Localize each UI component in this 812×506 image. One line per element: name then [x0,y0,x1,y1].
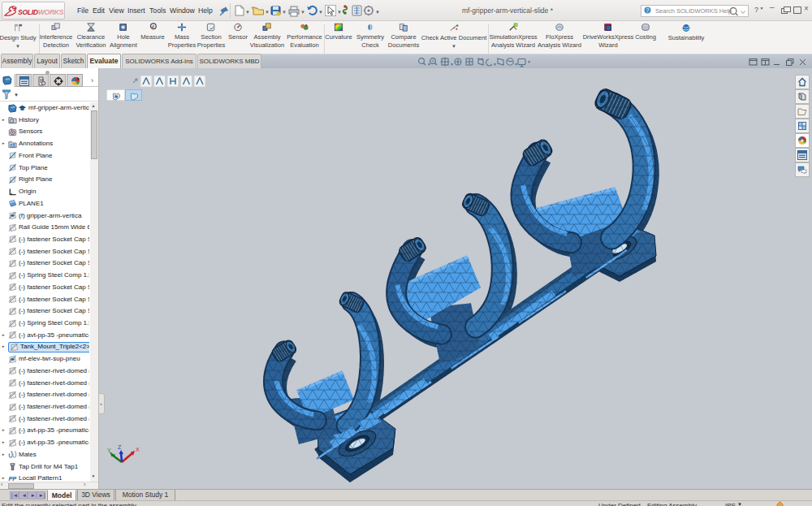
svg-text:▼: ▼ [527,59,531,64]
svg-text:▼: ▼ [318,10,323,15]
svg-text:SOLIDWORKS: SOLIDWORKS [18,8,64,16]
svg-text:▼: ▼ [245,10,250,15]
svg-text:|◄: |◄ [11,492,18,499]
svg-text:▼: ▼ [282,10,287,15]
svg-text:►|: ►| [39,492,45,499]
svg-text:▼: ▼ [265,10,270,15]
svg-text:PP: PP [8,475,16,482]
svg-text:▼: ▼ [450,62,454,67]
svg-text:▼: ▼ [514,62,518,67]
svg-text:▼: ▼ [375,10,380,15]
svg-text:Z: Z [118,444,122,450]
svg-text:?: ? [646,7,650,13]
svg-text:X: X [136,447,140,452]
svg-text:▼: ▼ [493,62,497,67]
svg-text:▼: ▼ [427,62,431,67]
svg-text:►: ► [31,492,36,498]
svg-text:Y: Y [107,448,111,453]
svg-text:▼: ▼ [300,10,305,15]
svg-text:▼: ▼ [337,10,342,15]
svg-text:◄: ◄ [22,492,27,498]
